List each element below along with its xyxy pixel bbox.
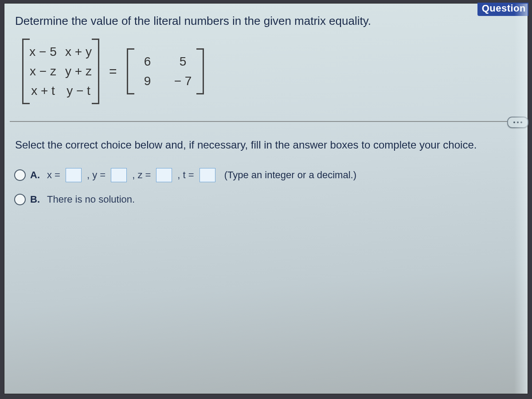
matrix-cell: 6 — [134, 55, 161, 69]
matrix-cell: 9 — [134, 74, 161, 88]
matrix-cell: − 7 — [169, 74, 197, 88]
question-prompt: Determine the value of the literal numbe… — [4, 4, 528, 31]
choice-a-label: A. — [30, 169, 41, 181]
matrix-cell: x + t — [29, 84, 57, 98]
z-equals-label: , z = — [132, 169, 151, 181]
more-button[interactable] — [507, 117, 528, 128]
y-equals-label: , y = — [87, 169, 106, 181]
choice-a-row: A. x = , y = , z = , t = (Type an intege… — [14, 164, 518, 189]
z-input[interactable] — [156, 168, 172, 182]
header-fragment: Question — [477, 3, 528, 16]
right-matrix: 6 5 9 − 7 — [127, 48, 204, 94]
choice-b-text: There is no solution. — [47, 194, 135, 205]
question-panel: Question Determine the value of the lite… — [4, 4, 528, 394]
choice-b-label: B. — [30, 194, 41, 205]
matrix-cell: 5 — [169, 55, 197, 69]
matrix-cell: x − z — [29, 64, 57, 78]
choice-b-row: B. There is no solution. — [14, 189, 518, 212]
equals-sign: = — [107, 64, 119, 79]
answer-instruction: Select the correct choice below and, if … — [4, 122, 528, 155]
answer-choices: A. x = , y = , z = , t = (Type an intege… — [4, 155, 528, 221]
choice-a-hint: (Type an integer or a decimal.) — [224, 169, 356, 181]
choice-a-radio[interactable] — [14, 169, 26, 181]
choice-b-radio[interactable] — [14, 194, 26, 205]
t-equals-label: , t = — [177, 169, 194, 181]
matrix-cell: x − 5 — [29, 45, 57, 59]
matrix-cell: x + y — [65, 45, 92, 59]
matrix-equation: x − 5 x + y x − z y + z x + t y − t = 6 … — [4, 31, 528, 109]
y-input[interactable] — [111, 168, 127, 182]
x-equals-label: x = — [47, 169, 60, 181]
t-input[interactable] — [200, 168, 215, 182]
x-input[interactable] — [66, 168, 82, 182]
matrix-cell: y − t — [65, 84, 92, 98]
left-matrix: x − 5 x + y x − z y + z x + t y − t — [22, 39, 99, 104]
ellipsis-icon — [513, 121, 522, 123]
matrix-cell: y + z — [65, 64, 92, 78]
